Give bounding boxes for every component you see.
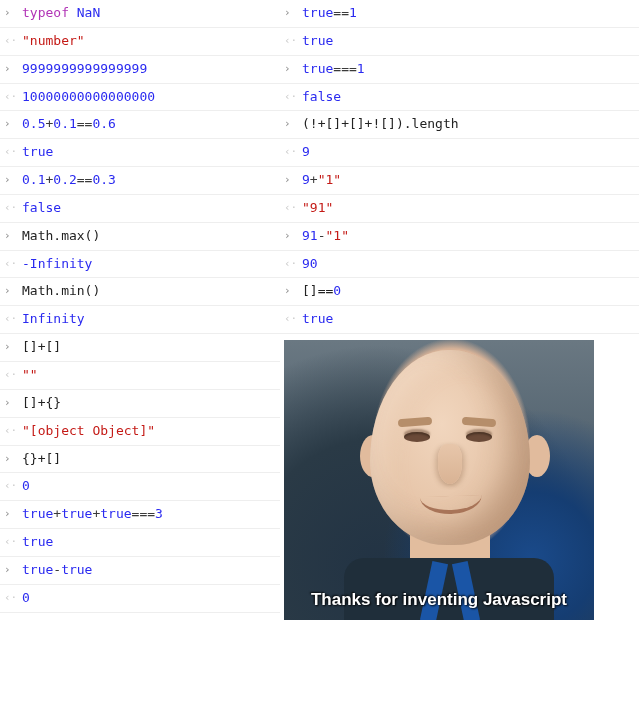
- console-input-row: ›0.1+0.2==0.3: [0, 167, 280, 195]
- input-prompt-icon: ›: [284, 4, 298, 21]
- input-prompt-icon: ›: [4, 171, 18, 188]
- console-output-row: ‹·true: [0, 529, 280, 557]
- output-prompt-icon: ‹·: [4, 143, 18, 160]
- input-prompt-icon: ›: [4, 561, 18, 578]
- console-input-row: ›true===1: [280, 56, 639, 84]
- input-prompt-icon: ›: [284, 171, 298, 188]
- console-input-code: 0.1+0.2==0.3: [18, 171, 274, 190]
- console-output-row: ‹·0: [0, 585, 280, 613]
- output-prompt-icon: ‹·: [284, 199, 298, 216]
- console-output-row: ‹·90: [280, 251, 639, 279]
- input-prompt-icon: ›: [4, 505, 18, 522]
- console-output-value: "91": [298, 199, 633, 218]
- console-output-row: ‹·"91": [280, 195, 639, 223]
- input-prompt-icon: ›: [4, 227, 18, 244]
- console-output-value: true: [18, 143, 274, 162]
- console-output-row: ‹·"[object Object]": [0, 418, 280, 446]
- console-input-code: true+true+true===3: [18, 505, 274, 524]
- console-output-value: -Infinity: [18, 255, 274, 274]
- input-prompt-icon: ›: [284, 282, 298, 299]
- output-prompt-icon: ‹·: [284, 88, 298, 105]
- console-output-value: "number": [18, 32, 274, 51]
- input-prompt-icon: ›: [284, 115, 298, 132]
- console-output-value: 0: [18, 477, 274, 496]
- console-input-code: 9+"1": [298, 171, 633, 190]
- console-input-row: ›Math.max(): [0, 223, 280, 251]
- output-prompt-icon: ‹·: [4, 422, 18, 439]
- console-output-value: "[object Object]": [18, 422, 274, 441]
- console-output-value: 0: [18, 589, 274, 608]
- console-right-column: ›true==1‹·true›true===1‹·false›(!+[]+[]+…: [280, 0, 639, 620]
- console-left-column: ›typeof NaN‹·"number"›9999999999999999‹·…: [0, 0, 280, 620]
- console-output-value: 9: [298, 143, 633, 162]
- output-prompt-icon: ‹·: [4, 199, 18, 216]
- console-output-value: "": [18, 366, 274, 385]
- input-prompt-icon: ›: [284, 227, 298, 244]
- console-input-row: ›(!+[]+[]+![]).length: [280, 111, 639, 139]
- input-prompt-icon: ›: [284, 60, 298, 77]
- output-prompt-icon: ‹·: [4, 533, 18, 550]
- output-prompt-icon: ‹·: [4, 32, 18, 49]
- console-output-row: ‹·-Infinity: [0, 251, 280, 279]
- input-prompt-icon: ›: [4, 60, 18, 77]
- console-output-row: ‹·"number": [0, 28, 280, 56]
- console-input-row: ›9+"1": [280, 167, 639, 195]
- console-input-row: ›[]+{}: [0, 390, 280, 418]
- output-prompt-icon: ‹·: [4, 88, 18, 105]
- console-input-code: []==0: [298, 282, 633, 301]
- output-prompt-icon: ‹·: [4, 477, 18, 494]
- output-prompt-icon: ‹·: [284, 310, 298, 327]
- console-input-code: 0.5+0.1==0.6: [18, 115, 274, 134]
- output-prompt-icon: ‹·: [4, 310, 18, 327]
- output-prompt-icon: ‹·: [4, 589, 18, 606]
- console-input-row: ›true-true: [0, 557, 280, 585]
- console-input-code: {}+[]: [18, 450, 274, 469]
- output-prompt-icon: ‹·: [284, 32, 298, 49]
- console-right-rows: ›true==1‹·true›true===1‹·false›(!+[]+[]+…: [280, 0, 639, 334]
- input-prompt-icon: ›: [4, 450, 18, 467]
- console-output-value: 90: [298, 255, 633, 274]
- console-input-code: true==1: [298, 4, 633, 23]
- input-prompt-icon: ›: [4, 282, 18, 299]
- console-input-row: ›0.5+0.1==0.6: [0, 111, 280, 139]
- console-output-row: ‹·"": [0, 362, 280, 390]
- console-output-value: false: [18, 199, 274, 218]
- console-output-row: ‹·false: [0, 195, 280, 223]
- console-output-value: Infinity: [18, 310, 274, 329]
- console-input-code: true-true: [18, 561, 274, 580]
- input-prompt-icon: ›: [4, 4, 18, 21]
- output-prompt-icon: ‹·: [284, 143, 298, 160]
- input-prompt-icon: ›: [4, 115, 18, 132]
- console-input-code: Math.min(): [18, 282, 274, 301]
- console-input-row: ›[]==0: [280, 278, 639, 306]
- console-input-row: ›Math.min(): [0, 278, 280, 306]
- console-input-code: 9999999999999999: [18, 60, 274, 79]
- console-input-code: []+[]: [18, 338, 274, 357]
- meme-caption: Thanks for inventing Javascript: [284, 590, 594, 610]
- console-input-row: ›9999999999999999: [0, 56, 280, 84]
- console-input-code: true===1: [298, 60, 633, 79]
- output-prompt-icon: ‹·: [4, 255, 18, 272]
- console-input-code: Math.max(): [18, 227, 274, 246]
- console-output-value: 10000000000000000: [18, 88, 274, 107]
- console-output-row: ‹·true: [280, 306, 639, 334]
- output-prompt-icon: ‹·: [4, 366, 18, 383]
- console-output-row: ‹·0: [0, 473, 280, 501]
- console-output-value: true: [298, 32, 633, 51]
- console-input-code: (!+[]+[]+![]).length: [298, 115, 633, 134]
- console-output-row: ‹·false: [280, 84, 639, 112]
- console-input-code: []+{}: [18, 394, 274, 413]
- console-output-row: ‹·true: [0, 139, 280, 167]
- console-input-row: ›typeof NaN: [0, 0, 280, 28]
- console-input-code: 91-"1": [298, 227, 633, 246]
- console-input-code: typeof NaN: [18, 4, 274, 23]
- input-prompt-icon: ›: [4, 394, 18, 411]
- console-output-value: false: [298, 88, 633, 107]
- console-output-row: ‹·true: [280, 28, 639, 56]
- meme-image: Thanks for inventing Javascript: [284, 340, 594, 620]
- console-output-row: ‹·9: [280, 139, 639, 167]
- console-output-row: ‹·Infinity: [0, 306, 280, 334]
- output-prompt-icon: ‹·: [284, 255, 298, 272]
- console-input-row: ›91-"1": [280, 223, 639, 251]
- console-input-row: ›[]+[]: [0, 334, 280, 362]
